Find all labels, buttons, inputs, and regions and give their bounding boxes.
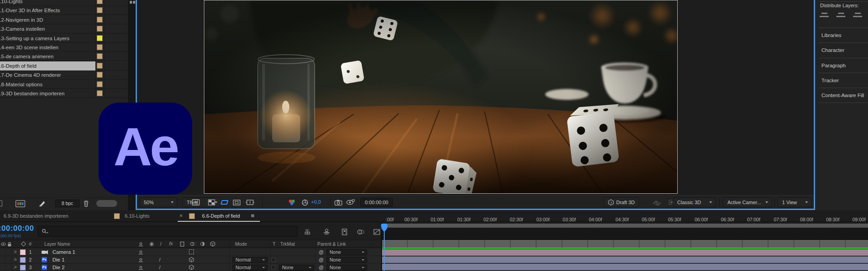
playhead-handle[interactable]	[381, 224, 387, 228]
project-toolbar-pill[interactable]	[96, 200, 117, 207]
show-channels-icon[interactable]	[287, 198, 297, 207]
current-time-display[interactable]: 0:00:00:00	[0, 224, 34, 233]
label-color-chip[interactable]	[97, 0, 103, 4]
preserve-transparency-checkbox[interactable]	[271, 257, 276, 262]
layer-name[interactable]: Die 1	[52, 257, 65, 262]
sidebar-tab-libraries[interactable]: Libraries	[815, 28, 868, 42]
label-color-chip[interactable]	[97, 17, 103, 23]
shy-toggle-icon[interactable]	[138, 258, 143, 262]
pick-whip-icon[interactable]: @	[319, 265, 324, 270]
trash-icon[interactable]	[83, 200, 90, 207]
shy-toggle-icon[interactable]	[138, 250, 143, 255]
layer-color-swatch[interactable]	[20, 257, 26, 263]
layer-name[interactable]: Die 2	[52, 265, 65, 270]
project-item[interactable]: 6.3-Camera instellen	[0, 24, 128, 33]
project-item[interactable]: 6.3-Setting up a camera Layers	[0, 34, 128, 43]
label-color-chip[interactable]	[97, 53, 103, 59]
sidebar-tab-content-aware-fill[interactable]: Content-Aware Fill	[815, 89, 868, 102]
label-column-icon[interactable]	[21, 241, 26, 246]
tab-menu-icon[interactable]: ≡	[251, 212, 255, 219]
adjustment-layer-column-icon[interactable]	[200, 242, 205, 246]
tab-close-icon[interactable]: ×	[179, 213, 183, 219]
work-area-bar[interactable]	[382, 240, 868, 248]
timeline-tab-active[interactable]: 6.6-Depth of field	[202, 213, 240, 219]
region-of-interest-icon[interactable]	[219, 198, 230, 207]
pixel-aspect-icon[interactable]	[245, 198, 255, 207]
layer-color-swatch[interactable]	[20, 249, 26, 255]
shy-column-icon[interactable]	[138, 242, 143, 247]
layer-row-die-1[interactable]: > 2 Ps Die 1 / Normal @ None	[0, 256, 381, 264]
layer-row-camera-1[interactable]: > 1 Camera 1 @ None	[0, 248, 381, 256]
parent-link-column-header[interactable]: Parent & Link	[317, 241, 346, 247]
t-column-header[interactable]: T	[273, 241, 275, 247]
quality-column-icon[interactable]: /	[160, 241, 161, 247]
sidebar-tab-paragraph[interactable]: Paragraph	[815, 59, 868, 72]
parent-dropdown[interactable]: None	[326, 249, 367, 255]
distribute-bottom-icon[interactable]	[853, 12, 866, 19]
quality-toggle-icon[interactable]: /	[159, 265, 160, 270]
project-item[interactable]: 6.2-Navigeren in 3D	[0, 15, 128, 24]
expander-icon[interactable]: >	[14, 257, 17, 262]
footage-interpret-icon[interactable]	[15, 200, 25, 207]
label-color-chip[interactable]	[97, 81, 103, 87]
layer-bar-die-1[interactable]	[382, 257, 868, 263]
project-item[interactable]: 6.9-3D bestanden importeren	[0, 89, 128, 98]
video-eye-icon[interactable]	[1, 242, 6, 246]
renderer-dropdown[interactable]: Classic 3D	[673, 197, 716, 207]
timeline-tab[interactable]: 6.10-Lights	[125, 213, 149, 219]
motion-blur-icon[interactable]	[356, 228, 365, 235]
label-color-chip[interactable]	[97, 72, 103, 78]
clipped-icon[interactable]	[0, 201, 2, 206]
transparency-grid-icon[interactable]	[206, 198, 217, 207]
camera-view-dropdown[interactable]: Active Camer...	[723, 197, 772, 207]
sidebar-tab-character[interactable]: Character	[815, 43, 868, 57]
motion-blur-column-icon[interactable]	[190, 242, 196, 246]
exposure-value[interactable]: +0,0	[311, 199, 321, 205]
pick-whip-icon[interactable]: @	[319, 249, 324, 255]
layer-bar-die-2[interactable]	[382, 264, 868, 270]
graph-editor-icon[interactable]	[372, 228, 381, 235]
collapse-transformations-icon[interactable]	[149, 242, 154, 247]
time-ruler[interactable]	[382, 223, 868, 240]
distribute-top-icon[interactable]	[820, 12, 832, 19]
mode-column-header[interactable]: Mode	[235, 241, 247, 247]
trkmat-dropdown[interactable]: None	[279, 265, 314, 271]
paint-brush-icon[interactable]	[38, 200, 45, 207]
time-navigator-bar[interactable]	[382, 224, 868, 228]
color-depth-button[interactable]: 8 bpc	[55, 200, 80, 207]
layer-row-die-2[interactable]: > 3 Ps Die 2 / Normal None @ None	[0, 264, 381, 271]
project-item[interactable]: 6.8-Material options	[0, 80, 128, 89]
label-color-chip[interactable]	[97, 63, 103, 69]
parent-dropdown[interactable]: None	[326, 257, 367, 263]
expander-icon[interactable]: >	[14, 265, 17, 270]
project-item[interactable]: 6.5-de camera animeren	[0, 52, 128, 61]
preserve-transparency-checkbox[interactable]	[271, 265, 276, 270]
project-item[interactable]: 6.1-Over 3D in After Effects	[0, 6, 128, 15]
3d-layer-column-icon[interactable]	[210, 241, 215, 247]
effects-column-icon[interactable]: fx	[169, 241, 173, 246]
blend-mode-dropdown[interactable]: Normal	[232, 257, 268, 263]
project-item-selected[interactable]: 6.6-Depth of field	[0, 61, 128, 70]
draft-3d-button[interactable]: Draft 3D	[604, 197, 639, 207]
layer-bar-camera-1[interactable]	[382, 249, 868, 256]
timeline-tab[interactable]: 6.9-3D bestanden importeren	[4, 213, 68, 219]
layer-color-swatch[interactable]	[20, 265, 26, 271]
distribute-center-icon[interactable]	[836, 12, 849, 19]
label-color-chip[interactable]	[97, 26, 103, 32]
expander-icon[interactable]: >	[14, 249, 17, 254]
frame-blend-column-icon[interactable]	[180, 242, 184, 247]
draft-3d-toggle-icon[interactable]	[322, 228, 331, 235]
label-color-chip[interactable]	[97, 35, 103, 41]
magnification-dropdown[interactable]: 50%	[139, 197, 177, 207]
viewer-timecode[interactable]: 0:00:00:00	[360, 198, 393, 207]
parent-dropdown[interactable]: None	[326, 265, 367, 271]
lock-icon[interactable]	[7, 242, 12, 247]
3d-layer-toggle-icon[interactable]	[189, 265, 194, 270]
panel-options-icon[interactable]	[130, 1, 136, 4]
layer-name-column-header[interactable]: Layer Name	[44, 241, 70, 247]
project-item[interactable]: 6.7-De Cinema 4D renderer	[0, 70, 128, 79]
blend-mode-dropdown[interactable]: Normal	[232, 265, 268, 271]
mini-flowchart-icon[interactable]	[303, 228, 312, 235]
project-item[interactable]: 6.4-een 3D scene instellen	[0, 43, 128, 52]
frame-blending-icon[interactable]	[340, 228, 349, 235]
